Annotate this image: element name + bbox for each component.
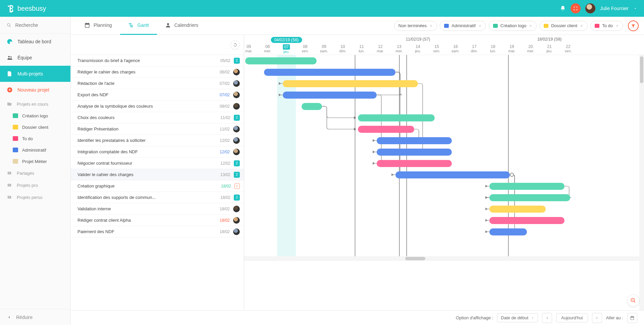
task-name: Valider le cahier des charges <box>77 172 214 177</box>
gantt-bar[interactable] <box>245 57 317 64</box>
task-row[interactable]: Export des NDF07/02 <box>71 89 244 101</box>
project-name: Dossier client <box>22 125 48 130</box>
gantt-bar[interactable] <box>489 228 527 235</box>
gantt-bar[interactable] <box>377 137 452 144</box>
gantt-bar[interactable] <box>358 114 435 121</box>
gantt-bar[interactable] <box>489 183 565 190</box>
filter-chip[interactable]: To do <box>590 21 623 31</box>
sidebar-project-item[interactable]: Administratif <box>0 144 70 156</box>
gantt-timeline[interactable]: 04/02/19 (S6)11/02/19 (S7)18/02/19 (S8)0… <box>244 35 644 310</box>
task-row[interactable]: Paiement des NDF18/02 <box>71 226 244 237</box>
sidebar-project-item[interactable]: Création logo <box>0 110 70 121</box>
task-name: Rédaction de l'acte <box>77 81 213 86</box>
task-date: 07/02 <box>216 81 230 86</box>
task-row[interactable]: Création graphique18/02F <box>71 180 244 192</box>
filter-label: Dossier client <box>551 23 577 28</box>
scrollbar-thumb[interactable] <box>640 56 643 83</box>
task-row[interactable]: Rédiger contrat client Alpha18/02 <box>71 215 244 226</box>
zoom-button[interactable] <box>627 294 639 307</box>
tab-planning[interactable]: Planning <box>76 17 120 35</box>
vertical-scrollbar[interactable] <box>639 55 644 310</box>
task-row[interactable]: Rédaction de l'acte07/02 <box>71 78 244 89</box>
gantt-bar[interactable] <box>283 92 377 99</box>
sidebar-project-item[interactable]: To do <box>0 133 70 144</box>
task-row[interactable]: Transmission du brief à l'agence05/022 <box>71 55 244 66</box>
sidebar-item-multi-projects[interactable]: Multi-projets <box>0 66 70 82</box>
sidebar-section-pro[interactable]: P Projets pro <box>0 179 70 191</box>
milestone-marker[interactable] <box>510 173 514 177</box>
filter-chip[interactable]: Non terminées <box>394 21 437 31</box>
close-icon[interactable] <box>478 24 482 28</box>
goto-date-button[interactable] <box>627 313 637 323</box>
sidebar-collapse-button[interactable]: Réduire <box>0 309 70 325</box>
gantt-bar[interactable] <box>302 103 322 110</box>
filter-chip[interactable]: Création logo <box>489 21 537 31</box>
sidebar-item-dashboard[interactable]: Tableau de bord <box>0 34 70 50</box>
day-column-header: 07jeu. <box>283 44 290 54</box>
task-row[interactable]: Choix des couleurs11/022 <box>71 112 244 123</box>
task-row[interactable]: Identifier les prestataires à solliciter… <box>71 135 244 146</box>
dependency-arrow <box>392 174 393 176</box>
horizontal-scrollbar[interactable] <box>244 256 644 261</box>
bottom-bar: Option d'affichage : Date de début Aujou… <box>71 310 644 325</box>
task-date: 05/02 <box>217 58 230 63</box>
search-input[interactable] <box>15 22 64 28</box>
logo[interactable]: beesbusy <box>7 4 46 13</box>
sidebar-project-item[interactable]: Dossier client <box>0 121 70 133</box>
gantt-bar[interactable] <box>489 217 565 224</box>
gantt-bar[interactable] <box>395 171 510 178</box>
dependency-link <box>393 72 402 175</box>
chevron-down-icon[interactable] <box>633 6 637 10</box>
task-row[interactable]: Intégration comptable des NDF12/02 <box>71 146 244 158</box>
timeline-header: 04/02/19 (S6)11/02/19 (S7)18/02/19 (S8)0… <box>244 35 644 55</box>
tab-gantt[interactable]: Gantt <box>120 17 157 35</box>
briefcase-icon <box>444 24 449 28</box>
sidebar-item-new-project[interactable]: Nouveau projet <box>0 82 70 98</box>
filter-chip[interactable]: Administratif <box>440 21 486 31</box>
sidebar-project-item[interactable]: Projet Métier <box>0 156 70 167</box>
sidebar-section-shared[interactable]: P Partagés <box>0 167 70 179</box>
sidebar-section-perso[interactable]: P Projets perso <box>0 191 70 203</box>
fullscreen-button[interactable] <box>571 3 581 13</box>
task-row[interactable]: Validation interne18/02 <box>71 203 244 215</box>
filter-chip[interactable]: Dossier client <box>539 21 588 31</box>
prev-button[interactable] <box>542 313 552 323</box>
svg-point-1 <box>8 56 10 58</box>
task-avatar <box>233 206 240 212</box>
gantt-bar[interactable] <box>264 69 395 76</box>
notifications-icon[interactable] <box>560 5 566 11</box>
task-row[interactable]: Rédiger le cahier des charges06/02 <box>71 66 244 78</box>
close-icon[interactable] <box>615 24 619 28</box>
gantt-bar[interactable] <box>283 80 418 87</box>
user-avatar[interactable] <box>585 3 595 13</box>
svg-rect-10 <box>129 23 131 24</box>
task-row[interactable]: Analyse de la symbolique des couleurs08/… <box>71 101 244 112</box>
task-row[interactable]: Négocier contrat fournisseur12/022 <box>71 158 244 169</box>
refresh-button[interactable] <box>230 40 240 50</box>
search-row[interactable] <box>0 17 70 34</box>
filter-button[interactable] <box>628 20 639 31</box>
gantt-bar[interactable] <box>489 206 546 213</box>
close-icon[interactable] <box>580 24 583 28</box>
gantt-bar[interactable] <box>377 160 452 167</box>
sidebar-item-team[interactable]: Équipe <box>0 50 70 66</box>
task-row[interactable]: Valider le cahier des charges13/022 <box>71 169 244 180</box>
sort-select[interactable]: Date de début <box>497 313 538 322</box>
timeline-body[interactable] <box>244 55 644 256</box>
task-row[interactable]: Identification des supports de commun...… <box>71 192 244 203</box>
close-icon[interactable] <box>529 24 532 28</box>
gantt-bar[interactable] <box>377 149 452 156</box>
today-button[interactable]: Aujourd'hui <box>556 313 588 322</box>
tab-calendars[interactable]: Calendriers <box>157 17 207 35</box>
task-row[interactable]: Rédiger Présentation11/02 <box>71 123 244 135</box>
gantt-bar[interactable] <box>358 126 414 133</box>
next-button[interactable] <box>592 313 602 323</box>
task-name: Transmission du brief à l'agence <box>77 58 214 63</box>
folder-icon <box>7 101 12 107</box>
file-icon <box>7 71 13 77</box>
logo-text: beesbusy <box>17 5 46 12</box>
close-icon[interactable] <box>429 24 433 28</box>
user-name[interactable]: Julie Fournier <box>600 6 629 11</box>
scrollbar-thumb[interactable] <box>405 257 425 260</box>
gantt-bar[interactable] <box>489 194 570 201</box>
